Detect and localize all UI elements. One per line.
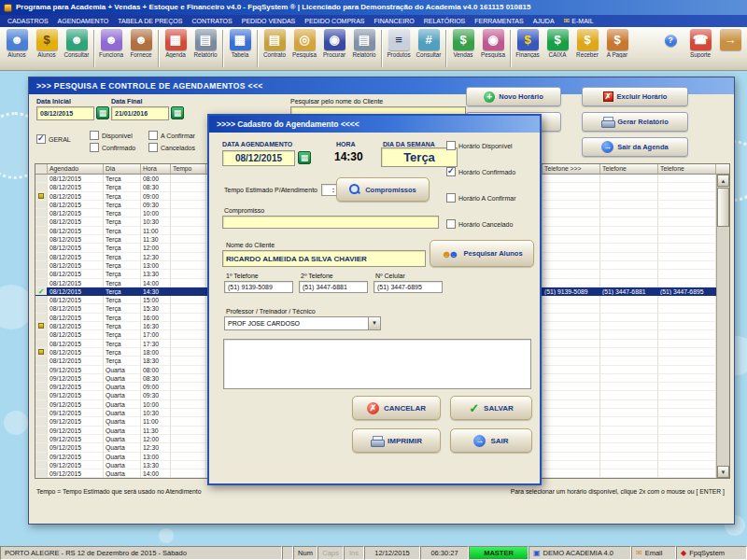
column-header[interactable]: Telefone: [600, 164, 658, 175]
cell-flag: [35, 391, 48, 399]
scrollbar-up-button[interactable]: ▲: [717, 175, 729, 187]
column-header[interactable]: [35, 164, 48, 175]
filter-confirmado[interactable]: Confirmado: [90, 143, 135, 152]
cell-flag: [35, 340, 48, 348]
dialog-calendar-button[interactable]: ▦: [298, 151, 311, 164]
toolbar-contract-button[interactable]: ▤Contrato: [260, 28, 289, 58]
check-hor-rio-dispon-vel[interactable]: Horário Disponível: [446, 141, 513, 150]
toolbar-finance-button[interactable]: $Finanças: [513, 28, 543, 58]
column-header[interactable]: Telefone >>>: [543, 164, 600, 175]
data-final-calendar-button[interactable]: ▦: [171, 106, 184, 119]
column-header[interactable]: Tempo: [171, 164, 206, 175]
notes-area[interactable]: [223, 339, 531, 389]
toolbar-help-button[interactable]: ?: [655, 28, 685, 58]
toolbar-support-button[interactable]: ☎Suporte: [685, 28, 715, 58]
menu-item-contratos[interactable]: CONTRATOS: [187, 15, 236, 27]
cell-day: Terça: [104, 217, 141, 226]
data-agendamento-field[interactable]: 08/12/2015: [222, 150, 295, 166]
status-email-button[interactable]: ✉ Email: [631, 546, 676, 560]
filter-geral[interactable]: GERAL: [36, 134, 71, 144]
toolbar-calendar-button[interactable]: ▦Agenda: [161, 28, 190, 58]
sair-button[interactable]: → SAIR: [450, 428, 532, 453]
toolbar-coins-button[interactable]: $Alunos: [32, 28, 62, 58]
toolbar-search-contract-button[interactable]: ◎Pesquisa: [289, 28, 319, 58]
sair-da-agenda-button[interactable]: → Sair da Agenda: [582, 137, 688, 157]
menu-item-relat-rios[interactable]: RELATÓRIOS: [419, 15, 471, 27]
scrollbar-down-button[interactable]: ▼: [717, 466, 729, 478]
toolbar-search-sales-button[interactable]: ◉Pesquisa: [478, 28, 508, 58]
compromissos-button[interactable]: Compromissos: [336, 177, 430, 202]
column-header[interactable]: Dia: [104, 164, 141, 175]
status-spacer: [282, 546, 293, 560]
menu-item-financeiro[interactable]: FINANCEIRO: [369, 15, 418, 27]
cancelar-button[interactable]: ✗ CANCELAR: [352, 396, 441, 420]
data-inicial-field[interactable]: 08/12/2015: [36, 106, 94, 120]
toolbar-suppliers-button[interactable]: ☻Fornece: [126, 28, 156, 58]
filter-dispon-vel[interactable]: Disponível: [90, 131, 133, 140]
cell-time: 14:30: [141, 287, 171, 296]
cell-phone3: [658, 383, 716, 391]
toolbar-search-student-button[interactable]: ☻Consultar: [62, 28, 92, 58]
check-hor-rio-cancelado[interactable]: Horário Cancelado: [446, 219, 513, 229]
calendar-icon: ▦: [165, 29, 187, 50]
toolbar-search-product-button[interactable]: #Consultar: [414, 28, 444, 58]
menu-item-cadastros[interactable]: CADASTROS: [3, 15, 53, 27]
professor-select[interactable]: PROF JOSE CARDOSO ▼: [224, 316, 381, 330]
cell-phone1: [543, 322, 600, 330]
menu-item-ajuda[interactable]: AJUDA: [529, 15, 559, 27]
telefone1-label: 1º Telefone: [226, 273, 259, 279]
toolbar-receivables-button[interactable]: $Receber: [572, 28, 602, 58]
menu-item-ferramentas[interactable]: FERRAMENTAS: [470, 15, 528, 27]
toolbar-binoculars-button[interactable]: ◉Procurar: [319, 28, 349, 58]
toolbar-payables-button[interactable]: $A Pagar: [602, 28, 632, 58]
toolbar-employees-button[interactable]: ☻Funciona: [96, 28, 126, 58]
data-final-field[interactable]: 21/01/2016: [111, 106, 169, 120]
toolbar-price-table-button[interactable]: ▦Tabela: [225, 28, 255, 58]
cell-flag: [35, 469, 48, 478]
toolbar-students-button[interactable]: ☻Alunos: [2, 28, 32, 58]
scrollbar-thumb[interactable]: [717, 188, 729, 227]
cell-flag: [35, 374, 48, 383]
menu-item-pedido-compras[interactable]: PEDIDO COMPRAS: [300, 15, 369, 27]
filter-a-confirmar[interactable]: A Confirmar: [148, 131, 195, 140]
cell-phone2: [600, 261, 658, 270]
toolbar-exit-door-button[interactable]: →: [715, 28, 745, 58]
column-header[interactable]: Telefone: [658, 164, 716, 175]
cell-date: 08/12/2015: [48, 330, 104, 339]
cell-phone2: [600, 296, 658, 304]
menu-item-email[interactable]: ✉E-MAIL: [559, 15, 599, 27]
cell-phone2: [600, 357, 658, 365]
toolbar-separator: [445, 30, 446, 67]
status-bar: PORTO ALEGRE - RS 12 de Dezembro de 2015…: [0, 546, 747, 560]
dialog-title-bar[interactable]: >>>> Cadastro do Agendamento <<<<: [209, 116, 540, 133]
salvar-button[interactable]: ✓ SALVAR: [450, 396, 532, 420]
toolbar-contract-report-button[interactable]: ▤Relatório: [349, 28, 379, 58]
gerar-relatorio-button[interactable]: Gerar Relatório: [582, 112, 688, 132]
menu-item-pedido-vendas[interactable]: PEDIDO VENDAS: [237, 15, 301, 27]
telefone1-input[interactable]: (51) 9139-5089: [224, 281, 293, 293]
toolbar-schedule-report-button[interactable]: ▤Relatório: [190, 28, 220, 58]
check-hor-rio-a-confirmar[interactable]: Horário A Confirmar: [446, 193, 515, 203]
data-inicial-calendar-button[interactable]: ▦: [96, 106, 109, 119]
toolbar-cash-register-button[interactable]: $CAIXA: [543, 28, 572, 58]
novo-horario-button[interactable]: + Novo Horário: [466, 87, 561, 106]
compromisso-input[interactable]: [222, 216, 439, 229]
cell-day: Quarta: [104, 453, 141, 461]
toolbar-barcode-button[interactable]: ≡Produtos: [384, 28, 414, 58]
toolbar-group: ▦Tabela: [225, 28, 255, 58]
toolbar-sales-cart-button[interactable]: $Vendas: [448, 28, 478, 58]
column-header[interactable]: Hora: [141, 164, 171, 175]
cell-phone1: [543, 175, 600, 183]
pesquisar-alunos-button[interactable]: ☻☻ Pesquisar Alunos: [430, 240, 534, 267]
cell-phone1: [543, 279, 600, 287]
telefone2-input[interactable]: (51) 3447-6881: [299, 281, 368, 293]
column-header[interactable]: Agendado: [48, 164, 104, 175]
celular-input[interactable]: (51) 3447-6895: [374, 281, 443, 293]
client-name-input[interactable]: RICARDO ALMEIDA DA SILVA CHAVIER: [222, 250, 426, 267]
excluir-horario-button[interactable]: ✗ Excluir Horário: [582, 87, 688, 106]
check-hor-rio-confirmado[interactable]: Horário Confirmado: [446, 167, 515, 176]
imprimir-button[interactable]: IMPRIMIR: [352, 428, 441, 453]
menu-item-tabela-de-pre-os[interactable]: TABELA DE PREÇOS: [113, 15, 187, 27]
menu-item-agendamento[interactable]: AGENDAMENTO: [53, 15, 114, 27]
filter-cancelados[interactable]: Cancelados: [148, 143, 195, 152]
